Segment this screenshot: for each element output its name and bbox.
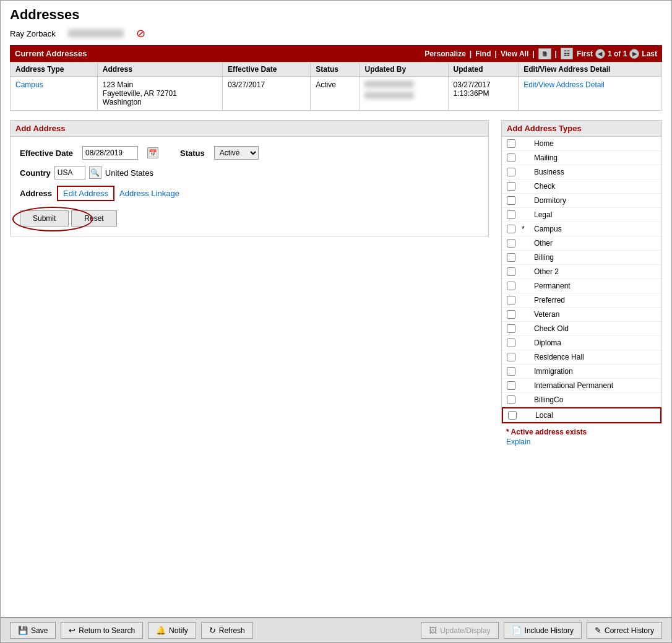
type-row-check-old: Check Old [502, 322, 661, 336]
updated-cell: 03/27/20171:13:36PM [448, 77, 519, 111]
type-row-check: Check [502, 179, 661, 194]
type-row-home: Home [502, 137, 661, 151]
updated-by-cell [360, 77, 448, 111]
campus-type-link[interactable]: Campus [15, 80, 43, 89]
return-to-search-button[interactable]: ↩ Return to Search [61, 622, 143, 639]
address-cell: 123 MainFayetteville, AR 72701Washington [97, 77, 222, 111]
type-row-residence-hall: Residence Hall [502, 350, 661, 365]
address-linkage-link[interactable]: Address Linkage [119, 189, 179, 198]
find-link[interactable]: Find [475, 50, 491, 58]
type-checkbox-campus[interactable] [507, 225, 515, 233]
add-address-types-section: Add Address Types Home Mailing [501, 120, 662, 450]
current-addresses-title: Current Addresses [15, 49, 87, 58]
active-exists-text: * Active address exists [506, 428, 587, 436]
type-row-mailing: Mailing [502, 151, 661, 165]
view-all-link[interactable]: View All [501, 50, 528, 58]
calendar-icon[interactable]: 📅 [147, 147, 158, 158]
correct-icon: ✎ [595, 626, 601, 635]
export-icon[interactable]: 🗎 [538, 48, 551, 59]
type-row-diploma: Diploma [502, 336, 661, 350]
explain-link[interactable]: Explain [506, 438, 657, 446]
grid-icon[interactable]: ☷ [561, 48, 573, 59]
edit-view-link[interactable]: Edit/View Address Detail [523, 80, 605, 89]
save-label: Save [31, 626, 48, 635]
first-label: First [577, 50, 593, 58]
nav-controls: First ◀ 1 of 1 ▶ Last [577, 49, 657, 59]
save-button[interactable]: 💾 Save [10, 622, 56, 639]
address-field-row: Address Edit Address Address Linkage [20, 186, 479, 201]
history-icon: 📄 [512, 626, 522, 635]
refresh-label: Refresh [219, 626, 245, 635]
table-row: Campus 123 MainFayetteville, AR 72701Was… [11, 77, 662, 111]
type-row-dormitory: Dormitory [502, 194, 661, 208]
type-checkbox-dormitory[interactable] [507, 196, 515, 205]
col-status: Status [311, 63, 360, 77]
type-checkbox-other[interactable] [507, 239, 515, 248]
prev-button[interactable]: ◀ [595, 49, 605, 59]
col-edit-view: Edit/View Address Detail [519, 63, 662, 77]
notify-icon: 🔔 [156, 626, 166, 635]
type-row-legal: Legal [502, 208, 661, 222]
type-row-local: Local [502, 407, 661, 423]
type-row-business: Business [502, 165, 661, 179]
person-row: Ray Zorback ⊘ [10, 27, 662, 40]
status-select[interactable]: Active Inactive [214, 146, 259, 160]
edit-address-link[interactable]: Edit Address [63, 189, 108, 198]
blurred-id [68, 29, 124, 38]
page-title: Addresses [10, 7, 662, 23]
footer-bar: 💾 Save ↩ Return to Search 🔔 Notify ↻ Ref… [1, 617, 671, 642]
submit-button[interactable]: Submit [20, 210, 69, 227]
personalize-link[interactable]: Personalize [424, 50, 466, 58]
include-history-button[interactable]: 📄 Include History [504, 622, 582, 639]
type-checkbox-legal[interactable] [507, 210, 515, 219]
type-checkbox-other2[interactable] [507, 267, 515, 276]
update-display-button: 🖼 Update/Display [421, 622, 498, 639]
type-checkbox-mailing[interactable] [507, 153, 515, 162]
add-address-section: Add Address Effective Date 📅 Status Acti… [10, 120, 489, 450]
type-row-other2: Other 2 [502, 265, 661, 279]
type-checkbox-business[interactable] [507, 168, 515, 176]
country-search-icon[interactable]: 🔍 [89, 166, 101, 179]
country-label: Country [20, 168, 51, 178]
col-updated: Updated [448, 63, 519, 77]
person-name: Ray Zorback [10, 29, 56, 38]
col-address-type: Address Type [11, 63, 98, 77]
next-button[interactable]: ▶ [629, 49, 639, 59]
type-checkbox-home[interactable] [507, 139, 515, 148]
col-address: Address [97, 63, 222, 77]
col-updated-by: Updated By [360, 63, 448, 77]
save-icon: 💾 [18, 626, 28, 635]
refresh-button[interactable]: ↻ Refresh [201, 622, 253, 639]
type-checkbox-check-old[interactable] [507, 324, 515, 333]
type-checkbox-billing[interactable] [507, 253, 515, 262]
type-checkbox-preferred[interactable] [507, 296, 515, 304]
update-display-label: Update/Display [440, 626, 490, 635]
type-checkbox-diploma[interactable] [507, 339, 515, 347]
effective-date-input[interactable] [82, 146, 138, 160]
type-checkbox-immigration[interactable] [507, 367, 515, 376]
reset-button[interactable]: Reset [71, 210, 116, 227]
effective-date-cell: 03/27/2017 [223, 77, 311, 111]
address-table: Address Type Address Effective Date Stat… [10, 62, 662, 111]
type-checkbox-billingco[interactable] [507, 395, 515, 404]
notify-button[interactable]: 🔔 Notify [148, 622, 196, 639]
address-edit-box: Edit Address [57, 186, 114, 201]
type-checkbox-check[interactable] [507, 182, 515, 191]
type-row-billing: Billing [502, 251, 661, 265]
addresses-toolbar: Personalize | Find | View All | 🗎 | ☷ Fi… [424, 48, 657, 59]
correct-history-button[interactable]: ✎ Correct History [587, 622, 662, 639]
type-checkbox-residence-hall[interactable] [507, 353, 515, 361]
pagination-text: 1 of 1 [608, 50, 627, 58]
effective-date-label: Effective Date [20, 149, 73, 158]
type-checkbox-veteran[interactable] [507, 310, 515, 319]
return-to-search-label: Return to Search [79, 626, 135, 635]
type-checkbox-permanent[interactable] [507, 282, 515, 290]
refresh-icon: ↻ [209, 626, 216, 635]
type-row-veteran: Veteran [502, 308, 661, 322]
add-address-title: Add Address [10, 120, 489, 137]
country-input[interactable] [54, 166, 85, 179]
last-label: Last [642, 50, 657, 58]
country-row: Country 🔍 United States [20, 166, 479, 179]
type-checkbox-local[interactable] [508, 411, 517, 420]
type-checkbox-intl-permanent[interactable] [507, 381, 515, 390]
